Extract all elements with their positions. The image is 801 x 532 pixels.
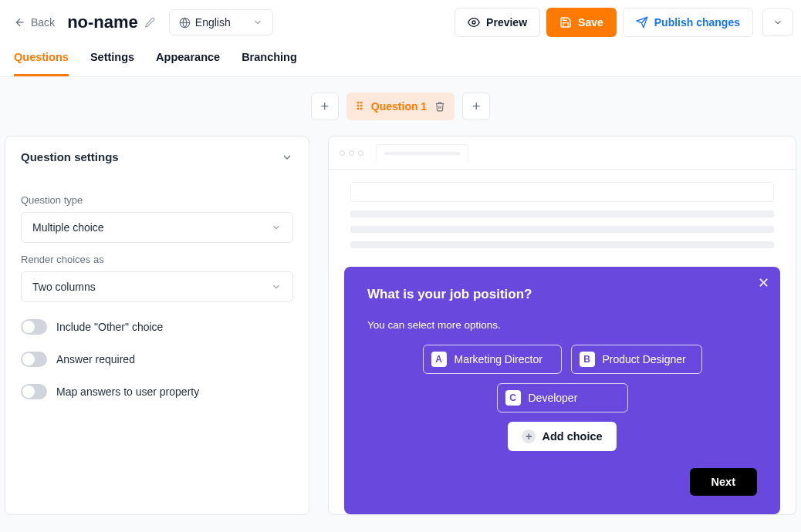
back-label: Back [31,16,55,29]
plus-icon: + [321,99,330,115]
render-value: Two columns [32,281,96,293]
tab-settings[interactable]: Settings [90,51,134,76]
page-title: no-name [67,12,138,32]
language-value: English [195,16,231,29]
choice-option[interactable]: B Product Designer [571,345,702,374]
preview-label: Preview [486,16,527,29]
toggle-include-other[interactable] [21,319,47,335]
publish-label: Publish changes [654,16,740,29]
language-select[interactable]: English [169,9,273,35]
survey-question[interactable]: What is your job position? [367,287,757,302]
choice-key: C [505,390,521,406]
tab-appearance[interactable]: Appearance [156,51,220,76]
toggle-map-answers[interactable] [21,384,47,399]
next-button[interactable]: Next [690,468,757,496]
survey-hint: You can select more options. [367,319,757,331]
preview-button[interactable]: Preview [455,8,540,37]
send-icon [636,16,648,29]
question-type-select[interactable]: Multiple choice [21,212,293,243]
choice-label: Marketing Director [455,353,542,365]
edit-icon[interactable] [144,17,155,28]
choice-label: Developer [529,392,578,404]
drag-icon: ⠿ [356,100,363,113]
question-chip[interactable]: ⠿ Question 1 [346,93,455,120]
question-chip-label: Question 1 [371,100,427,113]
skeleton-line [350,241,774,248]
save-icon [559,16,572,29]
tab-branching[interactable]: Branching [242,51,297,76]
toggle-answer-required[interactable] [21,352,47,367]
eye-icon [468,16,480,29]
question-settings-panel: Question settings Question type Multiple… [5,136,309,515]
save-button[interactable]: Save [546,8,617,37]
close-icon[interactable]: ✕ [758,274,769,291]
toggle-label: Map answers to user property [56,386,199,398]
publish-dropdown[interactable] [762,8,793,36]
preview-panel: ✕ What is your job position? You can sel… [328,136,796,515]
globe-icon [179,17,191,29]
arrow-left-icon [14,16,26,29]
toggle-label: Answer required [56,353,135,365]
panel-title: Question settings [21,150,119,163]
choice-label: Product Designer [603,353,686,365]
save-label: Save [578,16,603,29]
browser-chrome [329,136,796,170]
svg-point-1 [472,21,475,24]
choice-key: A [431,352,447,367]
add-choice-button[interactable]: + Add choice [508,422,616,451]
plus-icon: + [522,429,536,443]
choice-option[interactable]: A Marketing Director [423,345,562,374]
window-dots-icon [340,150,363,156]
plus-icon: + [472,99,481,115]
skeleton-line [350,226,774,233]
render-label: Render choices as [21,254,293,265]
back-button[interactable]: Back [8,12,61,33]
tabs: Questions Settings Appearance Branching [0,37,801,77]
url-bar-mock [350,182,774,202]
chevron-down-icon [281,151,293,163]
chevron-down-icon [772,17,783,28]
chevron-down-icon [271,222,282,233]
trash-icon[interactable] [434,101,445,112]
question-type-label: Question type [21,194,293,206]
skeleton-line [350,210,774,217]
choice-key: B [580,352,595,367]
publish-button[interactable]: Publish changes [623,8,753,37]
tab-questions[interactable]: Questions [14,51,69,76]
add-question-after-button[interactable]: + [462,93,490,120]
render-select[interactable]: Two columns [21,271,293,302]
question-type-value: Multiple choice [32,221,104,234]
toggle-label: Include "Other" choice [56,321,163,333]
chevron-down-icon [271,281,282,292]
add-choice-label: Add choice [542,430,602,443]
browser-tab [376,144,468,161]
survey-widget: ✕ What is your job position? You can sel… [344,267,780,514]
panel-toggle[interactable]: Question settings [5,136,309,177]
chevron-down-icon [252,17,263,28]
choice-option[interactable]: C Developer [497,383,628,412]
add-question-before-button[interactable]: + [311,93,339,120]
